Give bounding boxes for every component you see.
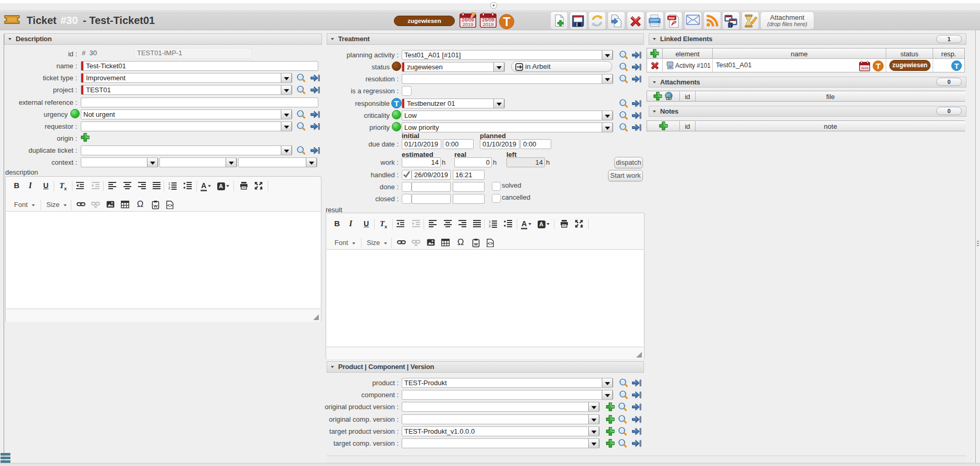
svg-text:2019: 2019 <box>462 21 473 27</box>
svg-text:2019: 2019 <box>482 21 493 27</box>
svg-text:26/09: 26/09 <box>861 67 869 70</box>
svg-text:PDF: PDF <box>668 17 675 20</box>
